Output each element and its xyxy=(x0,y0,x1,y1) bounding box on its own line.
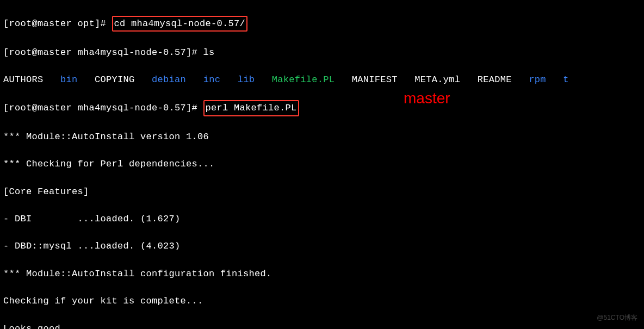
cd-command-highlight: cd mha4mysql-node-0.57/ xyxy=(112,16,248,32)
prompt-line-2: [root@master mha4mysql-node-0.57]# ls xyxy=(3,46,641,59)
prompt-line-3: [root@master mha4mysql-node-0.57]# perl … xyxy=(3,100,641,116)
output-line: *** Module::AutoInstall configuration fi… xyxy=(3,267,641,281)
prompt-prefix: [root@master opt]# xyxy=(3,18,112,29)
perl-command-highlight: perl Makefile.PL xyxy=(203,100,299,116)
ls-item: inc xyxy=(203,75,221,85)
ls-item: META.yml xyxy=(414,75,460,85)
output-line: - DBI ...loaded. (1.627) xyxy=(3,212,641,226)
ls-item: rpm xyxy=(529,75,546,85)
ls-item: debian xyxy=(152,75,186,85)
ls-item: COPYING xyxy=(95,75,135,85)
ls-item: AUTHORS xyxy=(3,75,44,85)
watermark: @51CTO博客 xyxy=(597,311,637,325)
prompt-line-1: [root@master opt]# cd mha4mysql-node-0.5… xyxy=(3,16,641,32)
ls-item: MANIFEST xyxy=(352,75,398,85)
output-line: - DBD::mysql ...loaded. (4.023) xyxy=(3,239,641,253)
master-annotation: master xyxy=(404,91,450,105)
ls-item: Makefile.PL xyxy=(272,75,335,85)
terminal-output[interactable]: [root@master opt]# cd mha4mysql-node-0.5… xyxy=(0,0,644,329)
prompt-prefix: [root@master mha4mysql-node-0.57]# xyxy=(3,47,203,58)
output-line: [Core Features] xyxy=(3,185,641,198)
ls-item: README xyxy=(478,75,512,85)
output-line: Looks good xyxy=(3,322,641,329)
ls-item: bin xyxy=(60,75,78,85)
output-line: *** Checking for Perl dependencies... xyxy=(3,157,641,171)
output-line: Checking if your kit is complete... xyxy=(3,294,641,308)
ls-output: AUTHORS bin COPYING debian inc lib Makef… xyxy=(3,73,641,86)
prompt-prefix: [root@master mha4mysql-node-0.57]# xyxy=(3,103,203,113)
ls-command: ls xyxy=(203,47,215,58)
output-line: *** Module::AutoInstall version 1.06 xyxy=(3,130,641,144)
ls-item: t xyxy=(563,75,569,85)
ls-item: lib xyxy=(238,75,255,85)
